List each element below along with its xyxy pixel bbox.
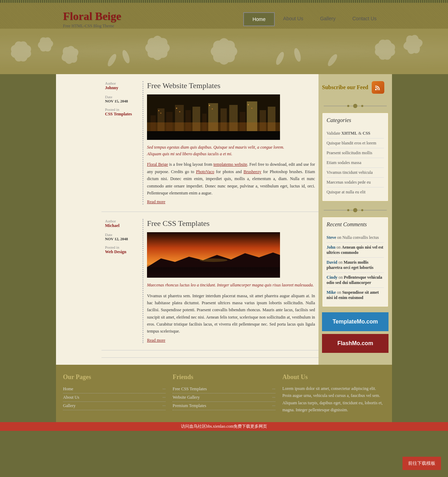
date-2: NOV 12, 2048 [105, 237, 139, 241]
comment-author-3[interactable]: Cindy [327, 275, 337, 280]
svg-point-19 [209, 37, 239, 66]
svg-point-65 [200, 258, 227, 262]
svg-point-29 [403, 33, 423, 56]
footer-css-link[interactable]: Free CSS Templates [173, 385, 275, 393]
post-2-excerpt: Maecenas rhoncus luctus leo a tincidunt.… [147, 282, 315, 289]
subscribe-area: Subscribe our Feed [322, 79, 388, 95]
post-1-link-brusheezy[interactable]: Brusheezy [244, 169, 261, 174]
comment-0: Steve on Nulla convallis lectus [327, 233, 384, 243]
category-item-1[interactable]: Quisque blandit eros et lorem [327, 138, 384, 148]
post-1-content: Floral Beige is a free blog layout from … [147, 161, 315, 197]
comments-widget: Recent Comments Steve on Nulla convallis… [322, 217, 388, 307]
footer-gallery2-link[interactable]: Website Gallery [173, 393, 275, 402]
post-1-body: Free Website Templates [147, 81, 315, 205]
category-2: Web Design [105, 249, 139, 255]
cta-templatemo[interactable]: TemplateMo.com [322, 312, 388, 331]
svg-rect-58 [209, 105, 210, 106]
header: Floral Beige Free HTML-CSS Blog Theme Ho… [0, 3, 448, 74]
post-1-excerpt: Sed tempus egestas diam quis dapibus. Qu… [147, 144, 315, 157]
post-2-read-more[interactable]: Read more [147, 338, 165, 343]
svg-point-69 [347, 105, 349, 107]
svg-point-33 [121, 49, 131, 64]
content-area: Author Johnny Date NOV 15, 2048 Posted i… [102, 74, 392, 365]
nav-about[interactable]: About Us [275, 12, 312, 26]
comment-author-4[interactable]: Mike [327, 290, 336, 295]
top-dots [0, 0, 448, 3]
svg-point-70 [361, 105, 363, 107]
comment-author-2[interactable]: David [327, 260, 337, 265]
svg-point-13 [150, 36, 164, 60]
nav-contact[interactable]: Contact Us [344, 12, 385, 26]
svg-point-16 [144, 34, 171, 62]
svg-point-23 [376, 38, 394, 62]
nav-gallery[interactable]: Gallery [312, 12, 344, 26]
rss-icon[interactable] [372, 81, 384, 94]
svg-rect-57 [179, 111, 180, 112]
date-label-2: Date [105, 233, 139, 237]
post-1-read-more[interactable]: Read more [147, 199, 165, 205]
svg-point-22 [220, 48, 228, 55]
footer-home-link[interactable]: Home [63, 385, 166, 393]
download-button[interactable]: 前往下载模板 [402, 457, 441, 470]
right-sidebar: Subscribe our Feed [318, 74, 392, 365]
footer: Our Pages Home About Us Gallery Friends … [56, 365, 392, 422]
post-1-link-floral[interactable]: Floral Beige [147, 162, 168, 167]
cta-flashmo[interactable]: FlashMo.com [322, 334, 388, 353]
svg-point-34 [274, 51, 285, 66]
category-item-3[interactable]: Etiam sodales massa [327, 158, 384, 168]
author-label-1: Author [105, 81, 139, 85]
site-subtitle: Free HTML-CSS Blog Theme [63, 23, 121, 29]
svg-point-3 [9, 42, 33, 61]
svg-point-11 [59, 45, 80, 64]
footer-about-text: Lorem ipsum dolor sit amet, consectetur … [282, 385, 385, 414]
post-1: Author Johnny Date NOV 15, 2048 Posted i… [102, 74, 318, 212]
svg-point-5 [37, 35, 54, 54]
site-title: Floral Beige [63, 10, 121, 23]
svg-point-2 [9, 42, 33, 61]
left-meta [56, 74, 102, 365]
category-item-6[interactable]: Quisque at nulla eu elit [327, 187, 384, 197]
categories-widget: Categories Validate XHTML & CSS Quisque … [322, 113, 388, 201]
main-wrapper: Author Johnny Date NOV 15, 2048 Posted i… [56, 74, 392, 365]
footer-gallery-link[interactable]: Gallery [63, 402, 166, 410]
post-divider-2 [102, 350, 318, 358]
svg-point-18 [216, 38, 232, 65]
category-label-2: Posted in [105, 245, 139, 249]
comment-author-0[interactable]: Steve [327, 235, 336, 240]
svg-point-24 [376, 38, 394, 62]
footer-about-link[interactable]: About Us [63, 393, 166, 402]
main-nav: Home About Us Gallery Contact Us [243, 12, 385, 26]
watermark-text: 访问血鸟社区bbs.xienlao.com免费下载更多网页 [181, 424, 267, 429]
post-1-link-templatemo[interactable]: templatemo website [214, 162, 247, 167]
category-item-2[interactable]: Praesent sollicitudin mollis [327, 148, 384, 158]
footer-about-title: About Us [282, 373, 385, 381]
nav-home[interactable]: Home [243, 12, 274, 26]
svg-rect-59 [212, 108, 213, 109]
category-item-0[interactable]: Validate XHTML & CSS [327, 129, 384, 138]
svg-point-36 [326, 53, 339, 67]
posts-container: Author Johnny Date NOV 15, 2048 Posted i… [102, 74, 318, 365]
svg-point-35 [293, 48, 302, 63]
comment-2: David on Mauris mollis pharetra orci ege… [327, 258, 384, 273]
svg-rect-56 [176, 108, 177, 109]
footer-friends-title: Friends [173, 373, 275, 381]
comment-author-1[interactable]: John [327, 245, 335, 250]
watermark-bar: 访问血鸟社区bbs.xienlao.com免费下载更多网页 [0, 422, 448, 431]
post-2: Author Michael Date NOV 12, 2048 Posted … [102, 212, 318, 350]
svg-rect-66 [375, 89, 377, 90]
comment-3: Cindy on Pellentesque vehicula odio sed … [327, 273, 384, 288]
footer-premium-link[interactable]: Premium Templates [173, 402, 275, 410]
category-item-5[interactable]: Maecenas sodales pede eu [327, 178, 384, 187]
svg-rect-62 [147, 232, 280, 278]
post-1-link-photovaco[interactable]: PhotoVaco [196, 169, 214, 174]
widget-divider-mid [322, 207, 388, 215]
footer-pages-title: Our Pages [63, 373, 166, 381]
category-item-4[interactable]: Vivamus tincidunt vehicula [327, 168, 384, 178]
author-label-2: Author [105, 219, 139, 223]
svg-point-31 [411, 42, 415, 47]
svg-point-73 [347, 209, 349, 211]
svg-rect-61 [251, 108, 252, 109]
svg-rect-64 [147, 267, 280, 278]
post-2-content: Vivamus ut pharetra sem. Integer interdu… [147, 292, 315, 335]
footer-col-pages: Our Pages Home About Us Gallery [63, 373, 166, 414]
